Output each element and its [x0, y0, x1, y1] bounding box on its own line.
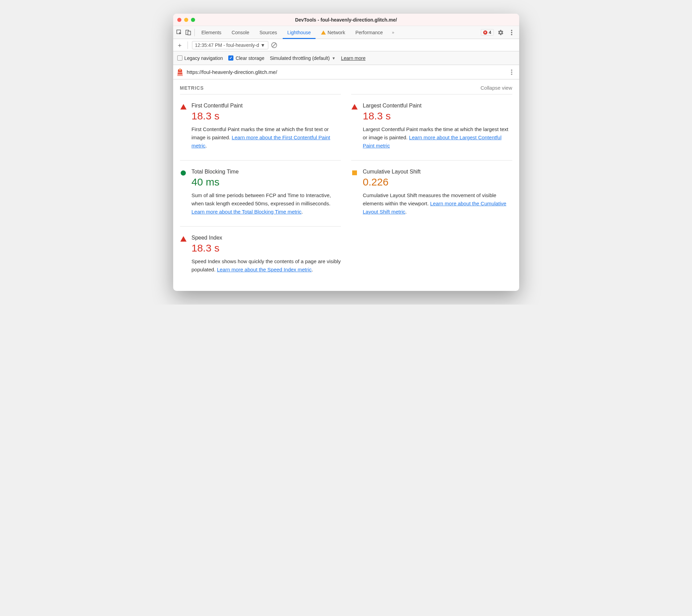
tab-network-label: Network: [328, 30, 345, 35]
report-menu-icon[interactable]: [508, 68, 516, 76]
titlebar: DevTools - foul-heavenly-direction.glitc…: [173, 14, 519, 26]
svg-point-9: [511, 69, 512, 71]
metric-value: 18.3 s: [363, 110, 512, 122]
report-selector-label: 12:35:47 PM - foul-heavenly-d: [195, 42, 259, 48]
metric-learn-more-link[interactable]: Learn more about the Largest Contentful …: [363, 134, 501, 149]
settings-icon[interactable]: [497, 28, 505, 37]
metric-card: Total Blocking Time40 msSum of all time …: [180, 160, 341, 226]
close-button[interactable]: [177, 18, 181, 22]
throttling-label: Simulated throttling (default): [270, 55, 330, 61]
svg-point-11: [511, 74, 512, 75]
metric-title: First Contentful Paint: [192, 103, 341, 109]
divider: [188, 41, 188, 49]
metric-learn-more-link[interactable]: Learn more about the Total Blocking Time…: [192, 209, 302, 215]
metrics-header: METRICS Collapse view: [173, 79, 519, 94]
svg-point-4: [511, 32, 512, 33]
devtools-window: DevTools - foul-heavenly-direction.glitc…: [173, 14, 519, 291]
lighthouse-options: Legacy navigation Clear storage Simulate…: [173, 51, 519, 65]
inspect-icon[interactable]: [175, 28, 183, 37]
chevron-down-icon: ▼: [260, 42, 265, 48]
metric-value: 0.226: [363, 176, 512, 188]
report-selector[interactable]: 12:35:47 PM - foul-heavenly-d ▼: [192, 41, 268, 49]
collapse-view-button[interactable]: Collapse view: [480, 85, 512, 91]
warning-icon: [321, 30, 326, 35]
metric-title: Total Blocking Time: [192, 169, 341, 175]
devtools-tabs: Elements Console Sources Lighthouse Netw…: [173, 26, 519, 39]
clear-icon[interactable]: [271, 42, 277, 48]
metric-card: Largest Contentful Paint18.3 sLargest Co…: [351, 94, 512, 160]
checkbox-legacy[interactable]: [177, 55, 182, 61]
metric-description: Speed Index shows how quickly the conten…: [192, 257, 341, 274]
metric-card: Cumulative Layout Shift0.226Cumulative L…: [351, 160, 512, 226]
device-toggle-icon[interactable]: [184, 28, 192, 37]
divider: [194, 29, 195, 36]
svg-point-5: [511, 34, 512, 35]
metric-card: Speed Index18.3 sSpeed Index shows how q…: [180, 226, 341, 284]
metrics-grid: First Contentful Paint18.3 sFirst Conten…: [173, 94, 519, 291]
metric-description: Sum of all time periods between FCP and …: [192, 191, 341, 216]
window-title: DevTools - foul-heavenly-direction.glitc…: [173, 17, 519, 23]
metric-status-icon: [351, 103, 358, 110]
throttling-option[interactable]: Simulated throttling (default) ▼: [270, 55, 335, 61]
metric-status-icon: [180, 103, 187, 110]
metric-status-icon: [351, 169, 358, 176]
metrics-title: METRICS: [180, 85, 204, 91]
svg-point-10: [511, 72, 512, 73]
metric-value: 18.3 s: [192, 242, 341, 254]
lighthouse-toolbar: ＋ 12:35:47 PM - foul-heavenly-d ▼: [173, 39, 519, 51]
error-count[interactable]: ✕ 4: [481, 29, 494, 36]
error-count-value: 4: [489, 30, 491, 35]
error-icon: ✕: [483, 30, 487, 35]
maximize-button[interactable]: [191, 18, 195, 22]
metric-learn-more-link[interactable]: Learn more about the Cumulative Layout S…: [363, 201, 506, 215]
metric-learn-more-link[interactable]: Learn more about the Speed Index metric: [217, 267, 312, 272]
legacy-navigation-option[interactable]: Legacy navigation: [177, 55, 223, 61]
report-url: https://foul-heavenly-direction.glitch.m…: [187, 69, 504, 75]
report-url-bar: https://foul-heavenly-direction.glitch.m…: [173, 65, 519, 79]
clear-storage-option[interactable]: Clear storage: [228, 55, 264, 61]
metric-title: Cumulative Layout Shift: [363, 169, 512, 175]
chevron-down-icon: ▼: [332, 56, 336, 60]
legacy-label: Legacy navigation: [184, 55, 223, 61]
svg-rect-8: [179, 69, 181, 70]
tab-console[interactable]: Console: [227, 26, 254, 39]
svg-rect-2: [188, 31, 191, 35]
metric-value: 40 ms: [192, 176, 341, 188]
minimize-button[interactable]: [184, 18, 188, 22]
tab-elements[interactable]: Elements: [197, 26, 226, 39]
learn-more-link[interactable]: Learn more: [341, 55, 366, 61]
svg-point-3: [511, 30, 512, 31]
svg-line-7: [272, 43, 276, 47]
window-controls: [177, 18, 195, 22]
metric-card: First Contentful Paint18.3 sFirst Conten…: [180, 94, 341, 160]
metric-description: Cumulative Layout Shift measures the mov…: [363, 191, 512, 216]
metric-value: 18.3 s: [192, 110, 341, 122]
metric-status-icon: [180, 235, 187, 242]
clear-storage-label: Clear storage: [235, 55, 264, 61]
metric-title: Speed Index: [192, 235, 341, 241]
tab-performance[interactable]: Performance: [350, 26, 387, 39]
tab-lighthouse[interactable]: Lighthouse: [283, 26, 316, 39]
metric-description: First Contentful Paint marks the time at…: [192, 125, 341, 150]
metric-learn-more-link[interactable]: Learn more about the First Contentful Pa…: [192, 134, 330, 149]
more-vert-icon[interactable]: [508, 28, 516, 37]
tab-network[interactable]: Network: [316, 26, 350, 39]
tabs-overflow-icon[interactable]: »: [388, 28, 397, 37]
checkbox-clear-storage[interactable]: [228, 55, 233, 61]
metric-title: Largest Contentful Paint: [363, 103, 512, 109]
metric-description: Largest Contentful Paint marks the time …: [363, 125, 512, 150]
tab-sources[interactable]: Sources: [255, 26, 282, 39]
metric-status-icon: [180, 169, 187, 176]
lighthouse-icon: [177, 68, 183, 76]
add-report-button[interactable]: ＋: [176, 41, 183, 49]
